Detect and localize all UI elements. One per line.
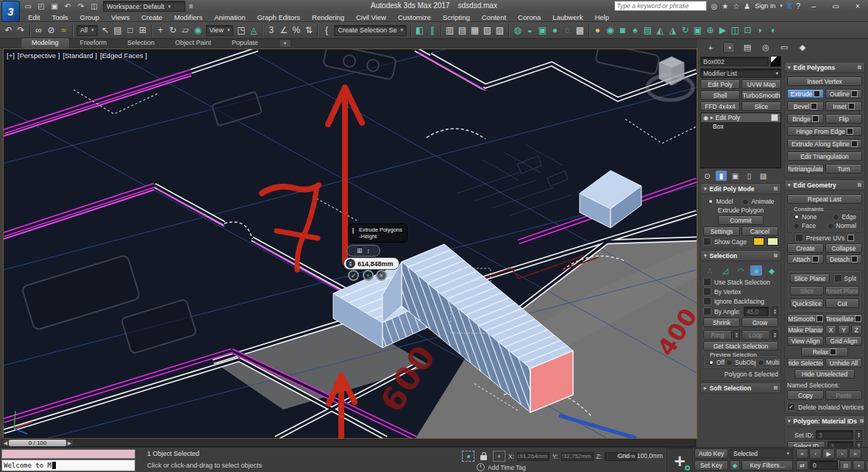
preserve-uvs-settings-box[interactable] — [847, 235, 854, 241]
show-cage-checkbox[interactable] — [703, 237, 711, 246]
search-icon[interactable]: ◎ — [711, 2, 718, 10]
extrude-type-selector[interactable]: ⊞ ↕ — [346, 245, 380, 257]
maxscript-listener-field[interactable]: Welcome to M — [1, 460, 135, 471]
x-coordinate-field[interactable]: -191,264mm — [517, 452, 549, 461]
preview-subobj-radio[interactable] — [726, 360, 733, 366]
render-setup-icon[interactable]: ◒ — [524, 24, 536, 37]
percent-snap-icon[interactable]: % — [290, 24, 302, 37]
ribbon-tab-3[interactable]: Object Paint — [165, 38, 221, 49]
viewport-canvas[interactable]: 600 400 z — [4, 49, 697, 438]
extrude-along-spline-button-settings-box[interactable] — [851, 140, 858, 147]
viewport-shading-label[interactable]: [Edged Faces ] — [100, 51, 147, 60]
constraint-edge-radio[interactable] — [833, 214, 839, 221]
attach-button-settings-box[interactable] — [812, 256, 819, 262]
menu-item-tools[interactable]: Tools — [46, 12, 74, 22]
remove-modifier-icon[interactable]: ▯ — [744, 171, 755, 181]
frame-icon[interactable]: ⊡ — [741, 24, 754, 37]
exchange-store-icon[interactable]: X — [787, 2, 792, 10]
inset-button-settings-box[interactable] — [848, 103, 855, 110]
clip-icon[interactable]: ▶ — [716, 24, 729, 37]
teapot-icon[interactable]: ◗ — [754, 24, 766, 37]
redo-icon[interactable]: ↷ — [75, 1, 87, 12]
extrude-button[interactable]: Extrude — [787, 89, 824, 99]
extrude-button-settings-box[interactable] — [814, 90, 820, 97]
time-forward-arrow[interactable]: ▶ — [66, 440, 73, 446]
ribbon-tab-1[interactable]: Freeform — [70, 38, 118, 49]
favorites-star-icon[interactable]: ☆ — [733, 2, 739, 10]
tessellate-button-settings-box[interactable] — [855, 315, 861, 322]
set-keys-button[interactable]: + — [666, 448, 693, 472]
cage-selected-color-swatch[interactable] — [767, 237, 778, 246]
reference-coordinate-dropdown[interactable]: View▾ — [206, 25, 234, 36]
3ds-max-logo-icon[interactable]: 3 — [1, 1, 20, 22]
rollout-edit-geometry[interactable]: Edit Geometry — [784, 179, 865, 190]
extrude-height-value[interactable]: 614,848mm — [357, 260, 394, 268]
schematic-view-icon[interactable]: ▨ — [494, 24, 506, 37]
select-object-icon[interactable]: ↖ — [99, 24, 112, 37]
menu-item-help[interactable]: Help — [588, 12, 615, 22]
detach-button[interactable]: Detach — [825, 254, 862, 264]
flip-button[interactable]: Flip — [825, 114, 862, 124]
ribbon-tab-4[interactable]: Populate — [221, 38, 268, 49]
rollout-edit-polygons[interactable]: Edit Polygons — [784, 62, 865, 73]
asset-library-icon[interactable]: ▩ — [574, 24, 586, 37]
selection-lock-icon[interactable] — [477, 451, 490, 462]
angle-snap-icon[interactable]: ∠ — [277, 24, 290, 37]
cut-button[interactable]: Cut — [825, 298, 859, 308]
extrude-along-spline-button[interactable]: Extrude Along Spline — [787, 139, 862, 149]
loop-spinner[interactable]: ▲▼ — [772, 330, 778, 340]
curve-editor-icon[interactable]: ▧ — [481, 24, 494, 37]
relax-button[interactable]: Relax — [801, 347, 848, 357]
object-name-field[interactable]: Box002 — [700, 57, 769, 66]
hide-unselected-button[interactable]: Hide Unselected — [794, 369, 855, 379]
stack-item-edit-poly[interactable]: ◉ ▸ Edit Poly — [701, 113, 780, 122]
rollout-soft-selection[interactable]: Soft Selection — [700, 382, 781, 393]
use-stack-selection-checkbox[interactable] — [703, 278, 711, 286]
hinge-from-edge-button-settings-box[interactable] — [847, 128, 853, 135]
hinge-from-edge-button[interactable]: Hinge From Edge — [787, 126, 862, 136]
border-subobject-icon[interactable]: ◠ — [735, 265, 747, 276]
visibility-eye-icon[interactable]: ◉ — [703, 115, 708, 121]
by-angle-value-field[interactable]: 45,0 — [744, 307, 769, 316]
create-button[interactable]: Create — [787, 243, 824, 253]
absolute-mode-icon[interactable]: + — [493, 451, 505, 462]
layer-explorer-icon[interactable]: ▤ — [456, 24, 469, 37]
camera-icon[interactable]: ◙ — [616, 24, 629, 37]
ribbon-tab-2[interactable]: Selection — [117, 38, 165, 49]
mirror-icon[interactable]: ◧ — [413, 24, 426, 37]
menu-item-customize[interactable]: Customize — [392, 12, 437, 22]
y-coordinate-field[interactable]: 2232,752mm — [561, 452, 594, 461]
light-icon[interactable]: ● — [591, 24, 604, 37]
select-and-place-icon[interactable]: ◉ — [192, 24, 204, 37]
vertex-subobject-icon[interactable]: ∴ — [704, 265, 716, 276]
preview-multi-radio[interactable] — [758, 360, 764, 366]
split-checkbox[interactable] — [834, 274, 842, 282]
show-end-result-icon[interactable]: ▮ — [716, 171, 727, 181]
edit-triangulation-button[interactable]: Edit Triangulation — [787, 151, 862, 161]
cage-color-swatch[interactable] — [753, 237, 764, 246]
window-crossing-icon[interactable]: ⊞ — [137, 24, 149, 37]
pan-view-button[interactable]: + — [853, 460, 865, 471]
use-pivot-center-icon[interactable]: ◳ — [235, 24, 247, 37]
collapse-button[interactable]: Collapse — [825, 243, 862, 253]
make-planar-z-button[interactable]: Z — [851, 325, 862, 335]
time-slider-track[interactable]: ◀ 0 / 100 ▶ — [1, 439, 696, 447]
time-back-arrow[interactable]: ◀ — [2, 440, 9, 446]
undo-icon[interactable]: ↶ — [2, 24, 15, 37]
unhide-all-button[interactable]: Unhide All — [825, 358, 862, 368]
sun-icon[interactable]: ◉ — [604, 24, 616, 37]
paste-button[interactable]: Paste — [825, 390, 862, 400]
stack-item-box[interactable]: Box — [701, 122, 780, 131]
time-slider-handle[interactable]: 0 / 100 — [9, 440, 66, 446]
inset-button[interactable]: Inset — [825, 101, 862, 111]
viewport-standard-label[interactable]: [Standard ] — [63, 51, 96, 60]
edge-subobject-icon[interactable]: ◿ — [719, 265, 731, 276]
menu-item-create[interactable]: Create — [135, 12, 168, 22]
unlink-selection-icon[interactable]: ⊘ — [45, 24, 57, 37]
menu-item-corona[interactable]: Corona — [512, 12, 547, 22]
ring-spinner[interactable]: ▲▼ — [733, 330, 740, 340]
go-to-end-button[interactable]: » — [849, 448, 861, 459]
shrink-button[interactable]: Shrink — [703, 318, 740, 327]
sign-in-chevron-icon[interactable]: ▾ — [780, 3, 783, 9]
object-color-swatch[interactable] — [770, 56, 781, 67]
